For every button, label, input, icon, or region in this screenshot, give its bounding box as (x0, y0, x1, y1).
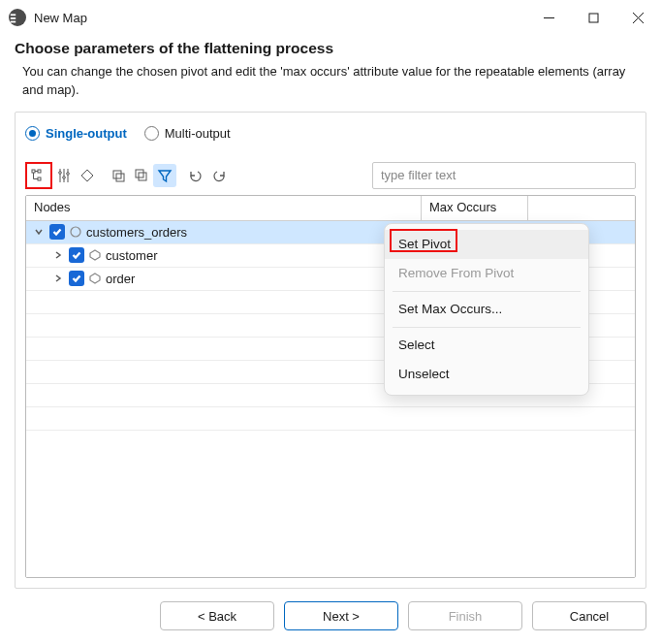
menu-set-pivot[interactable]: Set Pivot (385, 230, 588, 259)
svg-rect-1 (11, 17, 16, 19)
radio-checked-icon (25, 126, 40, 141)
radio-unchecked-icon (144, 126, 159, 141)
sliders-icon[interactable] (52, 164, 76, 187)
svg-rect-18 (136, 170, 143, 177)
highlight-annotation (25, 162, 52, 189)
menu-select[interactable]: Select (385, 331, 588, 360)
table-header: Nodes Max Occurs (26, 196, 635, 221)
redo-icon[interactable] (207, 164, 231, 187)
svg-rect-19 (139, 173, 146, 180)
svg-point-14 (63, 176, 66, 178)
cancel-button[interactable]: Cancel (532, 601, 646, 630)
close-button[interactable] (615, 3, 660, 32)
checkbox-checked-icon[interactable] (49, 224, 65, 240)
node-label: customer (106, 248, 157, 263)
finish-button: Finish (408, 601, 522, 630)
node-label: customers_orders (86, 225, 187, 240)
maximize-button[interactable] (571, 3, 615, 32)
chevron-right-icon[interactable] (51, 272, 65, 285)
menu-label: Unselect (398, 367, 450, 381)
undo-icon[interactable] (184, 164, 207, 187)
menu-label: Set Max Occurs... (398, 302, 502, 316)
table-body: customers_orders customer (26, 221, 635, 577)
node-label: order (106, 272, 135, 286)
multi-output-radio[interactable]: Multi-output (144, 126, 231, 141)
dialog-new-map: New Map Choose parameters of the flatten… (0, 0, 661, 644)
svg-point-20 (71, 227, 80, 237)
chevron-down-icon[interactable] (32, 225, 46, 239)
context-menu: Set Pivot Remove From Pivot Set Max Occu… (384, 223, 589, 396)
filter-placeholder: type filter text (381, 168, 456, 182)
nodes-table: Nodes Max Occurs customers_orders (25, 195, 636, 578)
main-panel: Single-output Multi-output (15, 112, 646, 589)
wizard-footer: < Back Next > Finish Cancel (1, 589, 660, 643)
dialog-header: Choose parameters of the flattening proc… (1, 34, 660, 112)
button-label: Finish (449, 609, 483, 624)
menu-label: Remove From Pivot (398, 266, 514, 280)
object-node-icon (69, 225, 82, 239)
back-button[interactable]: < Back (160, 601, 274, 630)
svg-rect-17 (116, 174, 124, 181)
page-heading: Choose parameters of the flattening proc… (15, 40, 646, 57)
button-label: Next > (323, 609, 360, 624)
menu-label: Select (398, 338, 435, 352)
column-max-occurs[interactable]: Max Occurs (422, 196, 528, 220)
column-nodes[interactable]: Nodes (26, 196, 422, 220)
toolbar (25, 162, 231, 189)
menu-remove-pivot: Remove From Pivot (385, 259, 588, 288)
menu-separator (393, 327, 581, 328)
svg-rect-4 (589, 14, 598, 22)
svg-rect-7 (32, 170, 35, 173)
button-label: Cancel (570, 609, 609, 624)
svg-point-15 (67, 172, 70, 175)
duplicate-icon[interactable] (107, 164, 130, 187)
tree-view-icon[interactable] (27, 164, 50, 187)
chevron-right-icon[interactable] (51, 248, 65, 262)
svg-rect-0 (11, 14, 16, 16)
svg-rect-8 (38, 170, 41, 173)
column-spacer (528, 196, 635, 220)
single-output-radio[interactable]: Single-output (25, 126, 127, 141)
element-node-icon (88, 272, 102, 285)
checkbox-checked-icon[interactable] (69, 271, 84, 286)
menu-set-max-occurs[interactable]: Set Max Occurs... (385, 295, 588, 324)
app-icon (9, 9, 26, 26)
menu-unselect[interactable]: Unselect (385, 360, 588, 389)
toolbar-row: type filter text (25, 162, 636, 189)
svg-rect-16 (113, 171, 121, 178)
element-node-icon (88, 248, 102, 262)
svg-point-13 (59, 171, 62, 174)
checkbox-checked-icon[interactable] (69, 247, 84, 263)
table-row (26, 407, 635, 431)
layers-icon[interactable] (130, 164, 153, 187)
window-controls (526, 3, 660, 32)
svg-rect-9 (38, 177, 41, 180)
multi-output-label: Multi-output (165, 126, 231, 141)
output-mode-radios: Single-output Multi-output (25, 126, 636, 141)
next-button[interactable]: Next > (284, 601, 398, 630)
svg-rect-2 (11, 21, 16, 23)
diamond-icon[interactable] (76, 164, 99, 187)
window-title: New Map (34, 11, 87, 25)
menu-label: Set Pivot (398, 237, 451, 251)
filter-text-input[interactable]: type filter text (372, 162, 636, 189)
titlebar: New Map (1, 1, 660, 34)
minimize-button[interactable] (526, 3, 571, 32)
page-description: You can change the chosen pivot and edit… (15, 63, 646, 100)
button-label: < Back (198, 609, 236, 624)
single-output-label: Single-output (46, 126, 127, 141)
menu-separator (393, 291, 581, 292)
filter-icon[interactable] (153, 164, 176, 187)
